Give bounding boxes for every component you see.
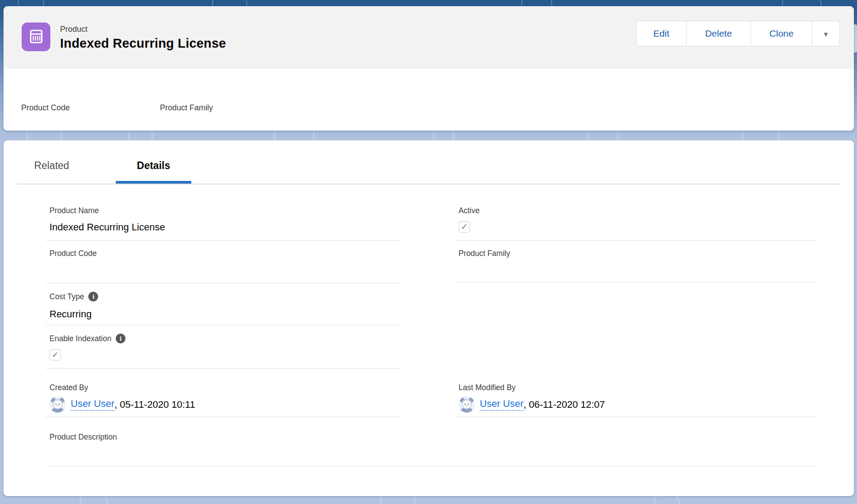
field-label: Active: [459, 205, 480, 216]
created-by-datetime: , 05-11-2020 10:11: [114, 399, 195, 410]
last-modified-by-user-link[interactable]: User User: [480, 398, 523, 411]
field-label: Product Family: [459, 248, 510, 259]
record-highlights-panel: Product Code Product Family: [4, 69, 854, 131]
clone-button[interactable]: Clone: [751, 21, 812, 46]
user-avatar[interactable]: [459, 396, 475, 413]
tab-details[interactable]: Details: [116, 160, 191, 172]
field-value: Recurring: [46, 308, 400, 321]
info-glyph: i: [92, 293, 94, 301]
last-modified-by-datetime: , 06-11-2020 12:07: [523, 399, 605, 410]
field-product-description: Product Description: [46, 432, 815, 466]
field-cost-type: Cost Type i Recurring: [46, 291, 400, 325]
chevron-down-icon: ▼: [823, 30, 829, 38]
check-icon: ✓: [52, 351, 58, 359]
tab-related[interactable]: Related: [19, 160, 85, 172]
field-label: Enable Indexation: [49, 333, 111, 344]
page-title: Indexed Recurring License: [60, 36, 226, 51]
field-product-family: Product Family: [455, 248, 815, 282]
record-header-top: Product Indexed Recurring License Edit D…: [4, 6, 854, 69]
record-action-group: Edit Delete Clone ▼: [636, 21, 840, 46]
active-checkbox[interactable]: ✓: [459, 221, 470, 233]
delete-button[interactable]: Delete: [686, 21, 751, 46]
field-label: Last Modified By: [459, 382, 516, 393]
product-box-icon: [27, 28, 45, 46]
enable-indexation-checkbox[interactable]: ✓: [49, 349, 61, 361]
entity-label: Product: [60, 25, 87, 34]
created-by-user-link[interactable]: User User: [71, 398, 114, 411]
field-label: Created By: [49, 382, 88, 393]
info-glyph: i: [120, 335, 121, 342]
info-icon[interactable]: i: [88, 292, 98, 301]
field-label: Cost Type: [49, 291, 84, 302]
highlight-product-family-label: Product Family: [160, 103, 213, 113]
field-product-code: Product Code: [46, 248, 400, 283]
field-label: Product Name: [49, 205, 99, 216]
record-detail-card: Related Details Product Name Indexed Rec…: [4, 140, 854, 496]
field-product-name: Product Name Indexed Recurring License: [46, 205, 400, 241]
field-active: Active ✓: [455, 205, 815, 241]
edit-button[interactable]: Edit: [637, 21, 686, 46]
record-header-card: Product Indexed Recurring License Edit D…: [4, 6, 854, 131]
field-enable-indexation: Enable Indexation i ✓: [46, 333, 400, 369]
default-avatar-icon: [49, 396, 66, 413]
tab-divider: [17, 184, 841, 184]
highlight-product-code-label: Product Code: [21, 103, 70, 113]
default-avatar-icon: [459, 396, 475, 413]
more-actions-button[interactable]: ▼: [812, 21, 839, 46]
field-label: Product Description: [49, 432, 117, 442]
field-last-modified-by: Last Modified By User User , 06-11-2020 …: [455, 382, 815, 417]
product-entity-icon: [22, 23, 50, 51]
user-avatar[interactable]: [49, 396, 66, 413]
field-created-by: Created By User User , 05-11-2020 10:11: [46, 382, 400, 417]
info-icon[interactable]: i: [116, 334, 125, 343]
field-value: Indexed Recurring License: [46, 221, 400, 234]
field-label: Product Code: [49, 248, 97, 259]
check-icon: ✓: [461, 223, 467, 231]
